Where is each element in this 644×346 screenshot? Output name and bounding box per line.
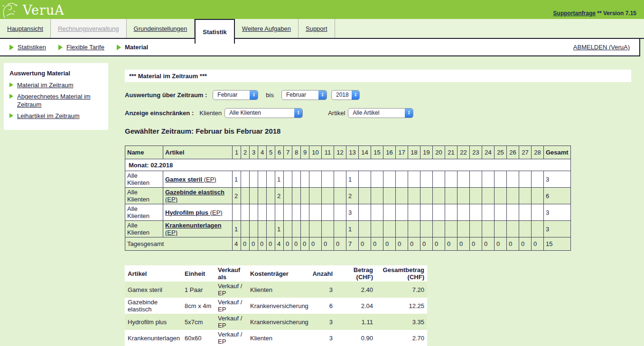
day-value-cell <box>309 188 322 204</box>
day-value-cell <box>420 204 433 221</box>
grand-total-cell: 15 <box>544 237 571 251</box>
tab-statistik[interactable]: Statistik <box>195 19 235 44</box>
summary-cell: 0.90 <box>336 330 376 346</box>
tab-weitere-aufgaben[interactable]: Weitere Aufgaben <box>235 19 299 38</box>
name-header: Name <box>125 146 163 159</box>
day-value-cell <box>334 171 346 188</box>
tab-rechnungsverwaltung[interactable]: Rechnungsverwaltung <box>51 19 127 38</box>
article-cell: Gamex steril (EP) <box>163 171 233 188</box>
day-value-cell <box>284 171 292 188</box>
tagesgesamt-row: Tagesgesamt40000400000070000000000000001… <box>125 237 571 251</box>
day-value-cell <box>420 188 433 204</box>
day-total-cell: 0 <box>383 237 396 251</box>
tab-hauptansicht[interactable]: Hauptansicht <box>0 19 51 38</box>
version-area: Supportanfrage ** Version 7.15 <box>553 10 636 19</box>
day-value-cell <box>396 171 408 188</box>
breadcrumb-material: Material <box>117 44 148 51</box>
day-value-cell <box>408 171 420 188</box>
breadcrumb-flexible-tarife[interactable]: Flexible Tarife <box>58 44 104 51</box>
logout-link[interactable]: ABMELDEN (VeruA) <box>573 44 630 51</box>
day-value-cell <box>482 188 495 204</box>
sidebar-item-material-im-zeitraum[interactable]: Material im Zeitraum <box>9 81 103 89</box>
day-header: 28 <box>532 146 544 159</box>
select-stepper-icon: ▲▼ <box>318 90 327 100</box>
artikel-label: Artikel <box>328 109 345 117</box>
day-total-cell: 0 <box>420 237 433 251</box>
day-value-cell: 2 <box>233 188 241 204</box>
day-header: 19 <box>420 146 433 159</box>
day-value-cell <box>433 171 445 188</box>
day-total-cell: 0 <box>433 237 445 251</box>
year-select[interactable]: 2018 ▲▼ <box>331 90 360 100</box>
day-total-cell: 0 <box>250 237 258 251</box>
day-value-cell <box>322 221 334 237</box>
summary-cell: Krankenunterlagen <box>125 330 182 346</box>
article-link[interactable]: Gazebinde elastisch (EP) <box>165 189 224 203</box>
client-cell: Alle Klienten <box>125 188 163 204</box>
day-value-cell <box>457 188 470 204</box>
sidebar-item-abgerechnetes-material[interactable]: Abgerechnetes Material im Zeitraum <box>9 92 103 109</box>
day-total-cell: 0 <box>495 237 507 251</box>
summary-cell: 3 <box>309 314 336 330</box>
summary-header: Betrag (CHF) <box>336 265 376 282</box>
supportanfrage-link[interactable]: Supportanfrage <box>553 10 596 17</box>
summary-cell: 7.20 <box>376 282 427 298</box>
day-value-cell <box>309 204 322 221</box>
content-area: Auswertung Material Material im Zeitraum… <box>0 56 644 326</box>
sidebar-arrow-icon <box>9 94 13 99</box>
day-total-cell: 0 <box>482 237 495 251</box>
day-value-cell <box>482 171 495 188</box>
day-value-cell <box>322 204 334 221</box>
day-value-cell <box>258 221 267 237</box>
day-total-cell: 0 <box>408 237 420 251</box>
summary-cell: Klienten <box>247 282 309 298</box>
summary-cell: Verkauf / EP <box>215 314 247 330</box>
day-header: 21 <box>445 146 457 159</box>
day-value-cell <box>284 188 292 204</box>
client-cell: Alle Klienten <box>125 221 163 237</box>
logo-text: VeruA <box>23 2 65 19</box>
artikel-select[interactable]: Alle Artikel ▲▼ <box>348 108 413 118</box>
day-header: 2 <box>241 146 250 159</box>
day-value-cell <box>258 204 267 221</box>
summary-cell: 3.35 <box>376 314 427 330</box>
day-value-cell <box>267 188 275 204</box>
day-value-cell <box>258 188 267 204</box>
day-total-cell: 0 <box>519 237 532 251</box>
day-value-cell: 1 <box>275 221 284 237</box>
klienten-select[interactable]: Alle Klienten ▲▼ <box>224 108 303 118</box>
article-link[interactable]: Krankenunterlagen (EP) <box>165 222 221 236</box>
material-day-table: Monat: 02.2018NameArtikel123456789101112… <box>125 146 571 251</box>
from-month-select[interactable]: Februar ▲▼ <box>213 90 258 100</box>
day-value-cell <box>396 221 408 237</box>
day-value-cell <box>519 171 532 188</box>
filter-label: Anzeige einschränken : <box>125 109 194 117</box>
breadcrumb-statistiken[interactable]: Statistiken <box>9 44 46 51</box>
filter-controls: Anzeige einschränken : Klienten Alle Kli… <box>125 108 637 118</box>
day-value-cell <box>470 221 482 237</box>
day-total-cell: 0 <box>371 237 383 251</box>
day-value-cell <box>292 204 301 221</box>
tab-support[interactable]: Support <box>299 19 335 38</box>
day-value-cell <box>309 221 322 237</box>
day-total-cell: 0 <box>457 237 470 251</box>
article-link[interactable]: Hydrofilm plus (EP) <box>165 209 223 216</box>
summary-row: Krankenunterlagen60x60Verkauf / EPKlient… <box>125 330 427 346</box>
summary-cell: 3 <box>309 282 336 298</box>
article-link[interactable]: Gamex steril (EP) <box>165 176 216 183</box>
summary-cell: Krankenversicherung <box>247 298 309 314</box>
day-value-cell <box>383 221 396 237</box>
app-header: VeruA Supportanfrage ** Version 7.15 <box>0 0 644 19</box>
day-value-cell: 2 <box>275 188 284 204</box>
day-total-cell: 4 <box>233 237 241 251</box>
summary-cell: 12.25 <box>376 298 427 314</box>
row-total-cell: 6 <box>544 188 571 204</box>
sidebar-item-leihartikel[interactable]: Leihartikel im Zeitraum <box>9 112 103 120</box>
bis-label: bis <box>266 91 274 99</box>
day-value-cell <box>267 204 275 221</box>
day-header: 14 <box>359 146 371 159</box>
tab-grundeinstellungen[interactable]: Grundeinstellungen <box>127 19 195 38</box>
to-month-select[interactable]: Februar ▲▼ <box>281 90 327 100</box>
day-value-cell <box>334 204 346 221</box>
month-caption-row: Monat: 02.2018 <box>125 159 571 171</box>
